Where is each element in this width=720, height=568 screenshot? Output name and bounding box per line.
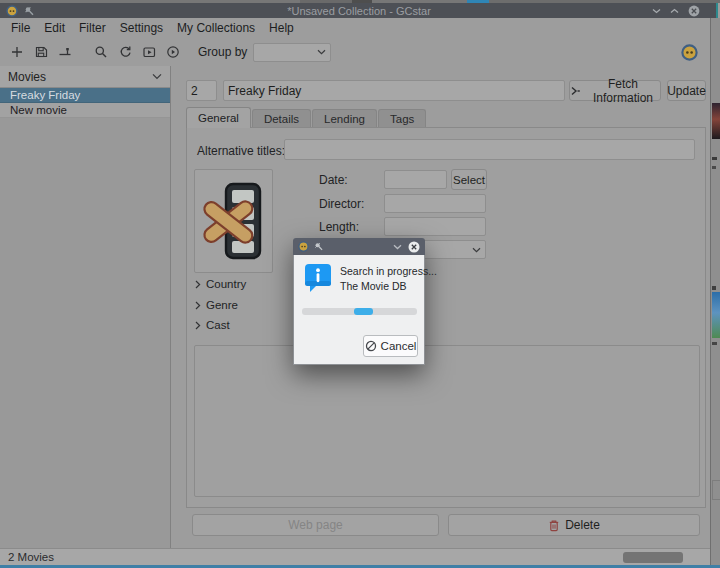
detail-area: Fetch Information Update General Details…	[171, 66, 710, 548]
status-progress-indicator	[623, 552, 683, 563]
background-text-fragment	[712, 342, 717, 345]
poster-placeholder[interactable]	[194, 169, 273, 273]
director-label: Director:	[319, 197, 364, 211]
item-title-input[interactable]	[223, 80, 565, 101]
sidebar-header-movies[interactable]: Movies	[0, 66, 170, 88]
close-button[interactable]	[408, 241, 420, 253]
add-item-button[interactable]	[6, 41, 28, 63]
refresh-button[interactable]	[114, 41, 136, 63]
delete-button[interactable]: Delete	[448, 514, 700, 536]
menu-filter[interactable]: Filter	[72, 19, 113, 37]
tab-label: Details	[264, 113, 299, 125]
menu-settings[interactable]: Settings	[113, 19, 170, 37]
web-page-label: Web page	[288, 518, 343, 532]
close-button[interactable]	[688, 5, 700, 17]
select-date-button[interactable]: Select	[451, 169, 487, 190]
dialog-message-line1: Search in progress...	[340, 264, 437, 279]
pin-icon[interactable]	[24, 6, 34, 16]
fetch-information-button[interactable]: Fetch Information	[569, 80, 661, 101]
group-by-label: Group by	[198, 45, 247, 59]
update-button[interactable]: Update	[667, 80, 706, 101]
random-item-button[interactable]	[162, 41, 184, 63]
properties-button[interactable]	[54, 41, 76, 63]
pin-icon[interactable]	[314, 242, 323, 251]
update-label: Update	[667, 84, 706, 98]
menubar: File Edit Filter Settings My Collections…	[0, 18, 710, 38]
search-button[interactable]	[90, 41, 112, 63]
background-text-fragment	[712, 157, 717, 160]
shade-button[interactable]	[393, 244, 402, 250]
progress-fill	[354, 308, 374, 315]
item-number-input[interactable]	[186, 80, 217, 101]
cancel-icon	[365, 340, 377, 352]
alternative-titles-input[interactable]	[284, 139, 695, 160]
save-button[interactable]	[30, 41, 52, 63]
window-title: *Unsaved Collection - GCstar	[0, 5, 718, 17]
sidebar-item-label: New movie	[10, 104, 67, 116]
sidebar: Movies Freaky Friday New movie	[0, 66, 171, 548]
web-page-button[interactable]: Web page	[192, 514, 439, 536]
sidebar-item-freaky-friday[interactable]: Freaky Friday	[0, 88, 170, 103]
background-poster-fragment	[712, 292, 720, 338]
trash-icon	[548, 519, 560, 532]
tab-lending[interactable]: Lending	[312, 109, 377, 128]
gcstar-window: *Unsaved Collection - GCstar File Edit F…	[0, 0, 720, 568]
tab-general[interactable]: General	[186, 107, 251, 128]
search-progressbar	[302, 308, 417, 315]
chevron-right-icon	[195, 321, 201, 330]
chevron-down-icon	[152, 73, 162, 80]
alternative-titles-label: Alternative titles:	[197, 144, 285, 158]
dialog-titlebar[interactable]	[293, 238, 425, 255]
gcstar-logo	[681, 44, 698, 61]
tab-details[interactable]: Details	[252, 109, 311, 128]
fetch-icon	[570, 85, 581, 97]
chevron-down-icon	[317, 49, 326, 55]
image-window-icon	[142, 45, 156, 59]
sidebar-header-label: Movies	[8, 70, 46, 84]
minimize-button[interactable]	[652, 8, 661, 14]
search-progress-dialog: Search in progress... The Movie DB Cance…	[293, 238, 425, 365]
group-by-select[interactable]	[253, 43, 331, 62]
tab-label: Lending	[324, 113, 365, 125]
select-label: Select	[453, 174, 485, 186]
date-input[interactable]	[384, 170, 447, 189]
fetch-information-label: Fetch Information	[586, 77, 660, 105]
menu-help[interactable]: Help	[262, 19, 301, 37]
sidebar-item-label: Freaky Friday	[10, 89, 80, 101]
chevron-right-icon	[195, 301, 201, 310]
tab-bar: General Details Lending Tags	[186, 107, 427, 128]
cancel-button[interactable]: Cancel	[363, 335, 418, 357]
length-input[interactable]	[384, 217, 486, 236]
sidebar-item-new-movie[interactable]: New movie	[0, 103, 170, 118]
section-label: Country	[206, 278, 246, 290]
status-item-count: 2 Movies	[8, 551, 54, 563]
tab-tags[interactable]: Tags	[378, 109, 426, 128]
length-label: Length:	[319, 220, 359, 234]
play-circle-icon	[166, 45, 180, 59]
menu-my-collections[interactable]: My Collections	[170, 19, 262, 37]
plus-icon	[10, 45, 24, 59]
refresh-icon	[118, 45, 132, 59]
section-country[interactable]: Country	[195, 278, 246, 290]
search-icon	[94, 45, 108, 59]
date-label: Date:	[319, 173, 348, 187]
maximize-button[interactable]	[670, 8, 679, 14]
save-icon	[34, 45, 48, 59]
director-input[interactable]	[384, 194, 486, 213]
cancel-label: Cancel	[381, 340, 417, 352]
section-genre[interactable]: Genre	[195, 299, 238, 311]
titlebar[interactable]: *Unsaved Collection - GCstar	[0, 3, 718, 18]
background-text-fragment	[712, 166, 716, 169]
section-label: Cast	[206, 319, 230, 331]
image-window-button[interactable]	[138, 41, 160, 63]
menu-edit[interactable]: Edit	[37, 19, 72, 37]
general-tab-panel: Alternative titles:	[186, 127, 706, 508]
background-window-sliver	[710, 18, 720, 565]
delete-label: Delete	[565, 518, 600, 532]
menu-file[interactable]: File	[4, 19, 37, 37]
comment-area[interactable]	[194, 345, 700, 497]
section-cast[interactable]: Cast	[195, 319, 230, 331]
filmstrip-missing-image-icon	[202, 178, 266, 264]
chevron-right-icon	[195, 280, 201, 289]
dialog-message: Search in progress... The Movie DB	[340, 264, 437, 294]
